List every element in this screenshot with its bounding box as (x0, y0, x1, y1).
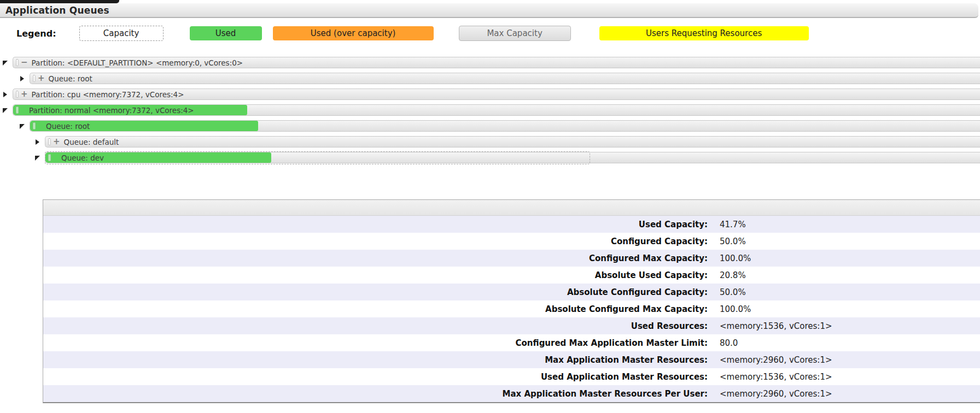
tree-row-default-partition: −Partition: <DEFAULT_PARTITION> <memory:… (0, 55, 980, 70)
collapse-arrow-icon[interactable] (34, 155, 41, 161)
queue-bar-root-normal[interactable]: Queue: root (30, 120, 980, 132)
partition-bar-cpu[interactable]: +Partition: cpu <memory:7372, vCores:4> (13, 88, 980, 100)
legend-label: Legend: (16, 28, 56, 39)
expand-arrow-icon[interactable] (19, 75, 26, 82)
collapse-arrow-icon[interactable] (2, 107, 9, 114)
queue-label: Queue: root (45, 122, 90, 131)
collapse-minus-icon[interactable]: − (21, 58, 28, 67)
detail-value: 50.0% (720, 287, 746, 297)
detail-value: 50.0% (720, 237, 746, 246)
table-row: Configured Max Application Master Limit:… (43, 334, 980, 351)
detail-label: Absolute Used Capacity: (43, 270, 708, 280)
capacity-dot-icon (33, 122, 36, 129)
legend-used-over-capacity-chip: Used (over capacity) (273, 26, 434, 40)
table-row: Used Application Master Resources:<memor… (43, 368, 980, 385)
detail-label: Max Application Master Resources: (43, 355, 708, 365)
table-row: Used Capacity:41.7% (43, 216, 980, 233)
tree-row-queue-default: +Queue: default (0, 134, 980, 150)
queue-label: Queue: dev (60, 154, 104, 162)
queue-label: Queue: root (48, 74, 92, 83)
capacity-dot-icon (16, 91, 19, 98)
legend-used-chip: Used (190, 26, 262, 40)
expand-plus-icon[interactable]: + (38, 74, 45, 82)
capacity-dot-icon (33, 75, 36, 82)
expand-arrow-icon[interactable] (2, 91, 9, 98)
partition-label: Partition: normal <memory:7372, vCores:4… (28, 106, 194, 115)
detail-value: <memory:1536, vCores:1> (720, 321, 832, 331)
detail-value: <memory:2960, vCores:1> (720, 389, 832, 399)
queue-bar-default[interactable]: +Queue: default (45, 136, 980, 148)
detail-value: <memory:2960, vCores:1> (720, 355, 832, 365)
table-row: Max Application Master Resources:<memory… (43, 351, 980, 368)
queue-details-table: Used Capacity:41.7% Configured Capacity:… (43, 199, 980, 403)
queue-tree: −Partition: <DEFAULT_PARTITION> <memory:… (0, 55, 980, 166)
detail-value: 41.7% (720, 220, 746, 229)
page-title: Application Queues (0, 3, 978, 17)
detail-label: Used Resources: (43, 321, 708, 331)
detail-label: Absolute Configured Max Capacity: (43, 304, 708, 314)
detail-value: 80.0 (720, 338, 738, 348)
detail-label: Used Capacity: (43, 220, 708, 229)
table-row: Configured Max Capacity:100.0% (43, 250, 980, 267)
table-row: Absolute Configured Capacity:50.0% (43, 284, 980, 300)
legend-max-capacity-chip: Max Capacity (459, 26, 571, 41)
detail-label: Used Application Master Resources: (43, 372, 708, 382)
partition-label: Partition: <DEFAULT_PARTITION> <memory:0… (31, 58, 243, 67)
tree-row-partition-normal: Partition: normal <memory:7372, vCores:4… (0, 102, 980, 118)
partition-bar-normal[interactable]: Partition: normal <memory:7372, vCores:4… (13, 104, 980, 116)
capacity-dot-icon (48, 154, 51, 161)
tree-row-queue-root-default: +Queue: root (0, 70, 980, 86)
expand-plus-icon[interactable]: + (21, 90, 28, 98)
queue-bar-root[interactable]: +Queue: root (30, 73, 980, 84)
detail-value: <memory:1536, vCores:1> (720, 372, 832, 382)
capacity-dot-icon (16, 59, 19, 66)
detail-value: 100.0% (720, 304, 751, 314)
legend-capacity-chip: Capacity (79, 26, 164, 41)
detail-label: Configured Capacity: (43, 237, 708, 246)
page-header: Application Queues (0, 3, 978, 18)
legend-bar: Legend: Capacity Used Used (over capacit… (16, 26, 980, 41)
partition-label: Partition: cpu <memory:7372, vCores:4> (31, 90, 184, 99)
table-row: Configured Capacity:50.0% (43, 233, 980, 250)
table-row: Absolute Used Capacity:20.8% (43, 267, 980, 284)
queue-label: Queue: default (63, 138, 119, 146)
queue-bar-dev[interactable]: Queue: dev (45, 152, 980, 163)
table-row: Used Resources:<memory:1536, vCores:1> (43, 317, 980, 334)
table-row: Max Application Master Resources Per Use… (43, 385, 980, 402)
table-row: Absolute Configured Max Capacity:100.0% (43, 300, 980, 317)
collapse-arrow-icon[interactable] (2, 60, 9, 66)
tree-row-partition-cpu: +Partition: cpu <memory:7372, vCores:4> (0, 86, 980, 102)
detail-label: Absolute Configured Capacity: (43, 287, 708, 297)
tree-row-queue-dev: Queue: dev (0, 150, 980, 166)
capacity-dot-icon (16, 107, 19, 114)
tree-row-queue-root-normal: Queue: root (0, 118, 980, 134)
top-left-dark-strip (0, 0, 119, 3)
expand-arrow-icon[interactable] (34, 139, 41, 145)
detail-value: 20.8% (720, 270, 746, 280)
detail-label: Max Application Master Resources Per Use… (43, 389, 708, 399)
detail-label: Configured Max Capacity: (43, 253, 708, 263)
detail-label: Configured Max Application Master Limit: (43, 338, 708, 348)
collapse-arrow-icon[interactable] (19, 123, 26, 129)
expand-plus-icon[interactable]: + (53, 138, 60, 146)
legend-users-requesting-chip: Users Requesting Resources (599, 26, 809, 40)
details-table-header (43, 200, 980, 216)
capacity-dot-icon (48, 138, 51, 145)
detail-value: 100.0% (720, 253, 751, 263)
partition-bar-default[interactable]: −Partition: <DEFAULT_PARTITION> <memory:… (13, 57, 980, 68)
